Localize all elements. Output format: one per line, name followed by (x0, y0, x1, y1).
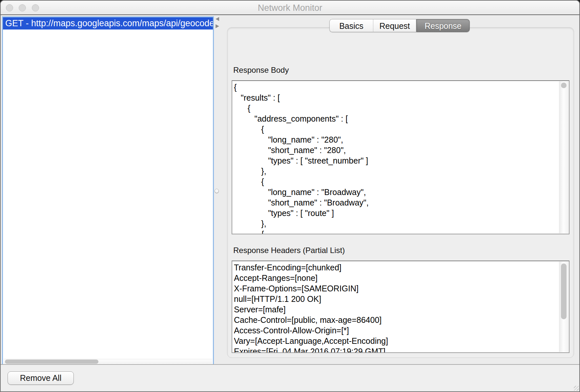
left-arrow-icon[interactable] (216, 17, 219, 21)
tab-basics[interactable]: Basics (329, 19, 373, 32)
network-monitor-window: Network Monitor GET - http://maps.google… (0, 0, 580, 392)
response-body-scrollbar[interactable] (559, 81, 569, 233)
request-list-horizontal-scrollbar[interactable] (4, 359, 212, 364)
response-headers-scrollbar[interactable] (559, 262, 569, 352)
request-list[interactable]: GET - http://maps.googleapis.com/maps/ap… (2, 16, 214, 365)
response-body-label: Response Body (233, 66, 289, 75)
split-divider-knob[interactable] (215, 189, 219, 193)
window-title: Network Monitor (1, 3, 579, 13)
request-list-item-selected[interactable]: GET - http://maps.googleapis.com/maps/ap… (3, 17, 213, 29)
tab-response[interactable]: Response (416, 19, 470, 32)
right-arrow-icon[interactable] (216, 24, 219, 28)
scrollbar-thumb[interactable] (561, 83, 567, 88)
response-headers-label: Response Headers (Partial List) (233, 246, 345, 255)
title-bar: Network Monitor (1, 1, 579, 15)
response-body-text: { "results" : [ { "address_components" :… (234, 82, 558, 234)
response-body-textarea[interactable]: { "results" : [ { "address_components" :… (232, 80, 570, 234)
tab-bar: Basics Request Response (329, 19, 470, 32)
scrollbar-thumb[interactable] (561, 264, 567, 319)
resize-grip-icon[interactable] (574, 386, 579, 391)
main-split-area: GET - http://maps.googleapis.com/maps/ap… (1, 15, 579, 365)
bottom-bar: Remove All (1, 364, 579, 391)
remove-all-button[interactable]: Remove All (8, 371, 74, 385)
response-headers-textarea[interactable]: Transfer-Encoding=[chunked] Accept-Range… (232, 261, 570, 353)
response-headers-text: Transfer-Encoding=[chunked] Accept-Range… (234, 262, 558, 352)
horizontal-scrollbar-thumb[interactable] (5, 360, 98, 364)
tab-content-panel: Response Body { "results" : [ { "address… (227, 27, 574, 358)
tab-request[interactable]: Request (373, 19, 416, 32)
